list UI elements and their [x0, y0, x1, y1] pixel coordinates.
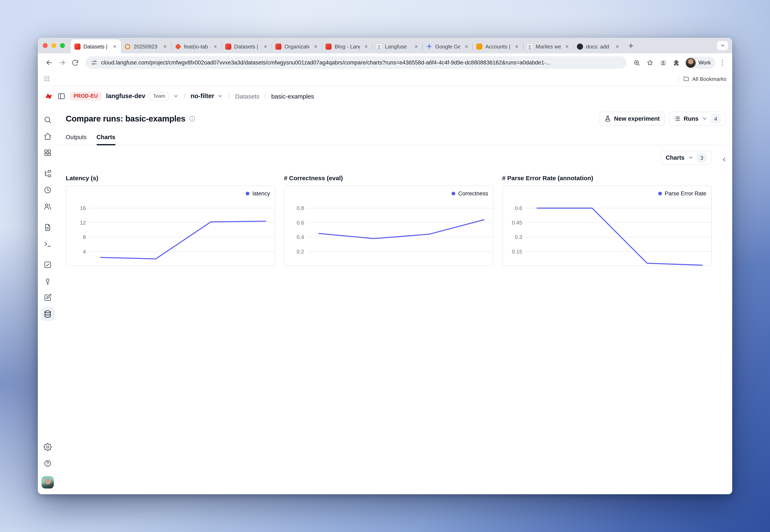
langfuse-logo-icon[interactable] [44, 92, 53, 100]
zoom-icon[interactable] [631, 56, 643, 69]
parse-error-rate-chart: Parse Error Rate 0.60.450.30.15 [502, 186, 712, 266]
sidebar-item-playground[interactable] [41, 237, 55, 251]
sidebar-toggle-icon[interactable] [57, 92, 65, 100]
sidebar-item-sessions[interactable] [41, 183, 55, 197]
breadcrumb-separator: / [265, 92, 266, 100]
correctness-chart: Correctness 0.80.60.40.2 [284, 186, 493, 266]
sidebar-item-prompts[interactable] [41, 220, 55, 234]
chart-title: # Parse Error Rate (annotation) [502, 174, 712, 182]
tab-strip-tabs: Datasets | l × 20250923 × feat(io-tab × … [71, 39, 624, 53]
page-title: Compare runs: basic-examples [66, 114, 185, 123]
terminal-icon [44, 240, 52, 248]
latency-chart: latency 161284 [66, 186, 275, 266]
browser-tab[interactable]: feat(io-tab × [171, 39, 222, 53]
org-switcher[interactable]: langfuse-dev Team [106, 92, 179, 100]
all-bookmarks-label: All Bookmarks [692, 76, 726, 82]
sidebar-item-evaluators[interactable] [41, 274, 55, 288]
svg-text:0.6: 0.6 [515, 205, 522, 211]
tab-close-icon[interactable]: × [313, 43, 319, 50]
tab-title: docs: add [586, 43, 611, 49]
tab-search-button[interactable] [717, 41, 728, 50]
chevron-down-icon [702, 116, 708, 122]
chart-block-latency: Latency (s) latency 161284 [66, 170, 275, 266]
browser-tab[interactable]: Google Ge × [422, 39, 473, 53]
close-window-icon[interactable] [43, 43, 48, 48]
page-header: Compare runs: basic-examples New experim… [57, 106, 732, 129]
app-body: Compare runs: basic-examples New experim… [38, 106, 732, 494]
tab-charts[interactable]: Charts [96, 129, 115, 145]
users-icon [44, 202, 52, 211]
tab-favicon-icon [577, 43, 583, 49]
tab-favicon-icon [376, 43, 382, 49]
sidebar-item-tracing[interactable] [41, 167, 55, 181]
tab-favicon-icon [326, 43, 332, 49]
bookmark-star-icon[interactable] [644, 56, 656, 69]
project-switcher[interactable]: no-filter [190, 92, 223, 100]
tab-close-icon[interactable]: × [564, 43, 570, 50]
sidebar-item-settings[interactable] [41, 440, 55, 454]
browser-tab[interactable]: Blog - Lang × [322, 39, 372, 53]
tab-close-icon[interactable]: × [614, 43, 621, 50]
database-icon [44, 310, 52, 318]
tab-favicon-icon [225, 43, 231, 49]
zoom-window-icon[interactable] [60, 43, 65, 48]
sidebar-item-home[interactable] [41, 129, 55, 143]
user-avatar[interactable] [41, 476, 54, 488]
chart-title: Latency (s) [66, 174, 275, 182]
browser-menu-icon[interactable]: ⋮ [717, 58, 727, 67]
new-tab-button[interactable] [625, 40, 637, 51]
page-tabs: Outputs Charts [57, 129, 732, 145]
gear-icon [44, 443, 52, 451]
tab-close-icon[interactable]: × [363, 43, 369, 50]
minimize-window-icon[interactable] [51, 43, 56, 48]
back-icon[interactable] [43, 56, 55, 69]
chevron-down-icon [218, 93, 223, 99]
environment-badge: PROD-EU [70, 92, 101, 101]
tab-favicon-icon [125, 44, 130, 49]
tab-close-icon[interactable]: × [413, 43, 419, 50]
tab-outputs[interactable]: Outputs [66, 129, 87, 145]
sidebar-item-dashboards[interactable] [41, 146, 55, 160]
tab-close-icon[interactable]: × [513, 43, 520, 50]
breadcrumb-datasets-link[interactable]: Datasets [235, 93, 259, 100]
check-square-icon [44, 261, 52, 269]
tab-close-icon[interactable]: × [162, 43, 168, 50]
all-bookmarks-button[interactable]: All Bookmarks [683, 76, 726, 82]
sidebar-item-search[interactable] [41, 113, 55, 127]
tab-close-icon[interactable]: × [463, 43, 470, 50]
site-info-icon[interactable] [91, 60, 97, 66]
browser-tab[interactable]: Datasets | l × [222, 39, 272, 53]
extensions-icon[interactable] [670, 56, 683, 69]
chart-block-parse-error-rate: # Parse Error Rate (annotation) Parse Er… [502, 170, 712, 266]
browser-tab[interactable]: Organizatio × [272, 39, 322, 53]
bookmarks-bar: All Bookmarks [38, 72, 732, 86]
apps-grid-icon[interactable] [44, 76, 50, 82]
account-icon[interactable] [657, 56, 669, 69]
forward-icon[interactable] [56, 56, 68, 69]
svg-text:0.2: 0.2 [297, 249, 304, 255]
browser-tab[interactable]: 20250923 × [121, 39, 171, 53]
collapse-panel-button[interactable] [719, 154, 729, 164]
reload-icon[interactable] [69, 56, 81, 69]
runs-dropdown-button[interactable]: Runs 4 [669, 112, 726, 126]
sidebar-item-support[interactable] [41, 456, 55, 470]
tab-close-icon[interactable]: × [212, 43, 219, 50]
browser-tab[interactable]: Datasets | l × [71, 39, 121, 53]
address-bar[interactable]: cloud.langfuse.com/project/cmfwgv8fx002o… [85, 56, 627, 69]
tab-close-icon[interactable]: × [262, 43, 269, 50]
sidebar-item-scores[interactable] [41, 258, 55, 272]
charts-filter-label: Charts [666, 154, 685, 161]
sidebar-item-users[interactable] [41, 199, 55, 213]
browser-tab[interactable]: Accounts | × [473, 39, 523, 53]
charts-filter-button[interactable]: Charts 3 [661, 151, 712, 165]
sidebar-item-datasets[interactable] [41, 307, 55, 321]
browser-tab[interactable]: docs: add × [573, 39, 624, 53]
tab-title: Datasets | l [83, 43, 109, 49]
browser-tab[interactable]: Langfuse × [372, 39, 423, 53]
new-experiment-button[interactable]: New experiment [599, 112, 665, 126]
browser-profile-chip[interactable]: Work [685, 56, 715, 69]
browser-tab[interactable]: Marlies we × [523, 39, 573, 53]
tab-close-icon[interactable]: × [111, 43, 118, 50]
sidebar-item-annotations[interactable] [41, 291, 55, 305]
info-icon[interactable] [189, 115, 196, 122]
